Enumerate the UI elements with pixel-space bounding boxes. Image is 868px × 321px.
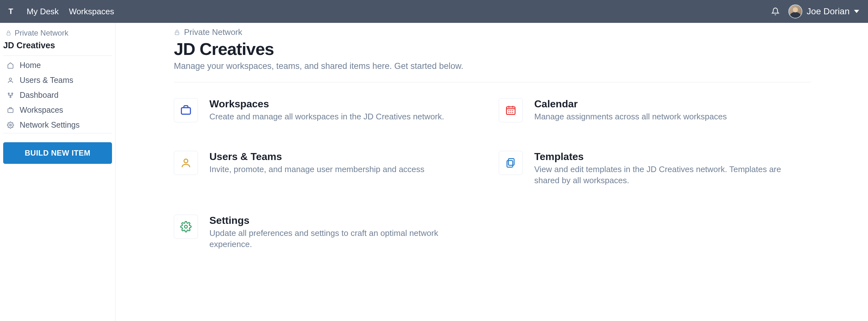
sidebar-title: JD Creatives: [3, 41, 112, 55]
card-title: Users & Teams: [209, 151, 425, 164]
topbar-right: Joe Dorian: [771, 4, 859, 19]
sidebar-item-home[interactable]: Home: [3, 58, 112, 73]
main: Private Network JD Creatives Manage your…: [116, 23, 868, 321]
lock-icon: [6, 30, 11, 36]
svg-point-2: [8, 93, 9, 94]
lock-icon: [174, 29, 180, 35]
card-description: Update all preferences and settings to c…: [209, 228, 469, 250]
card-description: Invite, promote, and manage user members…: [209, 164, 425, 175]
sidebar-network-tag: Private Network: [3, 27, 112, 41]
svg-rect-5: [8, 109, 13, 112]
svg-point-6: [9, 124, 11, 126]
svg-point-4: [10, 96, 11, 97]
card-title: Templates: [534, 151, 795, 164]
sidebar-item-settings[interactable]: Network Settings: [3, 117, 112, 133]
card-title: Settings: [209, 215, 469, 228]
sidebar-item-label: Dashboard: [20, 90, 58, 100]
card-description: Create and manage all workspaces in the …: [209, 111, 444, 122]
user-icon: [174, 151, 198, 175]
card-description: Manage assignments across all network wo…: [534, 111, 727, 122]
svg-rect-7: [175, 32, 179, 35]
svg-point-10: [184, 159, 188, 163]
sidebar-item-workspaces[interactable]: Workspaces: [3, 103, 112, 117]
topbar: T My Desk Workspaces Joe Dorian: [0, 0, 868, 23]
briefcase-icon: [6, 107, 14, 114]
card-templates[interactable]: Templates View and edit templates in the…: [499, 151, 811, 186]
bell-icon[interactable]: [771, 7, 779, 16]
divider: [3, 56, 112, 56]
sidebar-item-users[interactable]: Users & Teams: [3, 73, 112, 88]
card-grid: Workspaces Create and manage all workspa…: [174, 98, 811, 250]
user-menu[interactable]: Joe Dorian: [788, 4, 859, 19]
topbar-left: T My Desk Workspaces: [6, 5, 116, 19]
chevron-down-icon: [854, 10, 859, 13]
main-network-label: Private Network: [184, 27, 242, 37]
user-icon: [6, 77, 14, 84]
main-network-tag: Private Network: [174, 27, 811, 39]
card-title: Calendar: [534, 98, 727, 111]
sidebar-network-label: Private Network: [14, 29, 68, 37]
sidebar-item-label: Users & Teams: [20, 76, 73, 85]
avatar: [788, 4, 802, 19]
card-title: Workspaces: [209, 98, 444, 111]
sidebar-item-label: Network Settings: [20, 120, 80, 129]
card-users[interactable]: Users & Teams Invite, promote, and manag…: [174, 151, 486, 186]
build-new-item-button[interactable]: BUILD NEW ITEM: [3, 142, 112, 164]
briefcase-icon: [174, 98, 198, 122]
gear-icon: [6, 122, 14, 128]
svg-rect-8: [182, 108, 191, 114]
svg-rect-12: [507, 160, 513, 167]
sidebar-item-label: Home: [20, 61, 41, 70]
card-description: View and edit templates in the JD Creati…: [534, 164, 795, 186]
sidebar-item-label: Workspaces: [20, 106, 63, 115]
divider: [174, 82, 811, 82]
card-workspaces[interactable]: Workspaces Create and manage all workspa…: [174, 98, 486, 122]
svg-rect-11: [508, 159, 514, 166]
nav-my-desk[interactable]: My Desk: [25, 5, 60, 19]
card-calendar[interactable]: Calendar Manage assignments across all n…: [499, 98, 811, 122]
templates-icon: [499, 151, 523, 175]
sidebar-item-dashboard[interactable]: Dashboard: [3, 88, 112, 103]
gear-icon: [174, 215, 198, 239]
home-icon: [6, 62, 14, 69]
card-settings[interactable]: Settings Update all preferences and sett…: [174, 215, 486, 250]
calendar-icon: [499, 98, 523, 122]
svg-point-3: [12, 93, 13, 94]
app-logo[interactable]: T: [6, 7, 15, 16]
page-subtitle: Manage your workspaces, teams, and share…: [174, 59, 811, 82]
svg-point-13: [185, 226, 187, 228]
sidebar: Private Network JD Creatives Home Users …: [0, 23, 116, 321]
user-name: Joe Dorian: [807, 6, 849, 17]
page-title: JD Creatives: [174, 39, 811, 59]
dashboard-icon: [6, 92, 14, 99]
svg-point-1: [9, 78, 11, 80]
nav-workspaces[interactable]: Workspaces: [68, 5, 116, 19]
svg-rect-0: [7, 33, 10, 35]
